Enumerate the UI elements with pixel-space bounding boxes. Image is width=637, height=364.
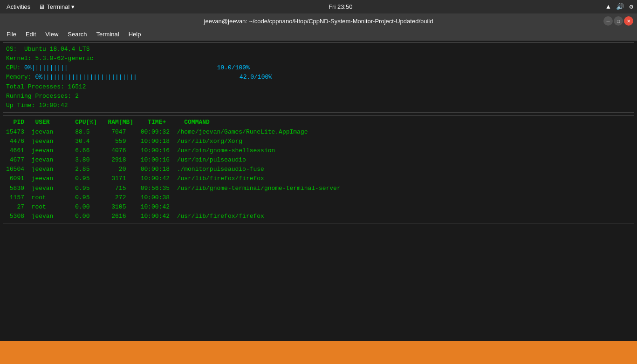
menu-help[interactable]: Help bbox=[124, 30, 146, 39]
process-table-header: PID USER CPU[%] RAM[MB] TIME+ COMMAND bbox=[6, 118, 631, 128]
wifi-icon: ▲ bbox=[606, 3, 610, 11]
menu-view[interactable]: View bbox=[41, 30, 63, 39]
terminal-top-menu[interactable]: 🖥 Terminal ▾ bbox=[39, 3, 75, 10]
table-row: 15473 jeevan 88.5 7047 00:09:32 /home/je… bbox=[6, 128, 631, 137]
terminal-top-label: Terminal bbox=[47, 3, 69, 10]
table-row: 5308 jeevan 0.00 2616 10:00:42 /usr/lib/… bbox=[6, 212, 631, 221]
process-table-block: PID USER CPU[%] RAM[MB] TIME+ COMMAND 15… bbox=[3, 115, 634, 223]
menu-file[interactable]: File bbox=[2, 30, 21, 39]
minimize-button[interactable]: ─ bbox=[603, 16, 613, 26]
process-rows-container: 15473 jeevan 88.5 7047 00:09:32 /home/je… bbox=[6, 128, 631, 221]
table-row: 6091 jeevan 0.95 3171 10:00:42 /usr/lib/… bbox=[6, 174, 631, 183]
total-processes: Total Processes: 16512 bbox=[6, 82, 631, 92]
terminal-content-area[interactable]: OS: Ubuntu 18.04.4 LTS Kernel: 5.3.0-62-… bbox=[0, 40, 637, 341]
taskbar bbox=[0, 341, 637, 364]
table-row: 5830 jeevan 0.95 715 09:56:35 /usr/lib/g… bbox=[6, 184, 631, 193]
table-row: 4677 jeevan 3.80 2918 10:00:16 /usr/bin/… bbox=[6, 155, 631, 165]
running-processes: Running Processes: 2 bbox=[6, 92, 631, 101]
uptime: Up Time: 10:00:42 bbox=[6, 101, 631, 110]
activities-button[interactable]: Activities bbox=[4, 2, 33, 11]
clock-display: Fri 23:50 bbox=[329, 3, 352, 10]
memory-line: Memory: 0%||||||||||||||||||||||||||42.0… bbox=[6, 73, 631, 82]
top-bar-right: ▲ 🔊 ⚙ bbox=[606, 3, 633, 11]
window-title-bar: jeevan@jeevan: ~/code/cppnano/Htop/CppND… bbox=[0, 13, 637, 28]
table-row: 4661 jeevan 6.66 4076 10:00:16 /usr/bin/… bbox=[6, 146, 631, 155]
window-controls: ─ □ ✕ bbox=[603, 16, 633, 26]
kernel-info: Kernel: 5.3.0-62-generic bbox=[6, 54, 631, 63]
table-row: 16504 jeevan 2.85 20 00:00:18 ./monitorp… bbox=[6, 165, 631, 174]
terminal-monitor-icon: 🖥 bbox=[39, 3, 45, 10]
chevron-down-icon: ▾ bbox=[71, 3, 75, 10]
top-system-bar: Activities 🖥 Terminal ▾ Fri 23:50 ▲ 🔊 ⚙ bbox=[0, 0, 637, 13]
menu-search[interactable]: Search bbox=[63, 30, 91, 39]
menu-bar: File Edit View Search Terminal Help bbox=[0, 28, 637, 40]
system-info-block: OS: Ubuntu 18.04.4 LTS Kernel: 5.3.0-62-… bbox=[3, 42, 634, 113]
window-title: jeevan@jeevan: ~/code/cppnano/Htop/CppND… bbox=[204, 18, 433, 25]
speaker-icon: 🔊 bbox=[616, 3, 624, 11]
table-row: 1157 root 0.95 272 10:00:38 bbox=[6, 193, 631, 202]
cpu-line: CPU: 0%||||||||||19.0/100% bbox=[6, 63, 631, 73]
top-bar-left: Activities 🖥 Terminal ▾ bbox=[4, 2, 75, 11]
os-info: OS: Ubuntu 18.04.4 LTS bbox=[6, 45, 631, 54]
maximize-button[interactable]: □ bbox=[614, 16, 623, 26]
menu-terminal[interactable]: Terminal bbox=[92, 30, 124, 39]
table-row: 27 root 0.00 3105 10:00:42 bbox=[6, 202, 631, 212]
close-button[interactable]: ✕ bbox=[624, 16, 633, 26]
menu-edit[interactable]: Edit bbox=[21, 30, 41, 39]
settings-icon: ⚙ bbox=[630, 3, 633, 11]
table-row: 4476 jeevan 30.4 559 10:00:18 /usr/lib/x… bbox=[6, 137, 631, 146]
